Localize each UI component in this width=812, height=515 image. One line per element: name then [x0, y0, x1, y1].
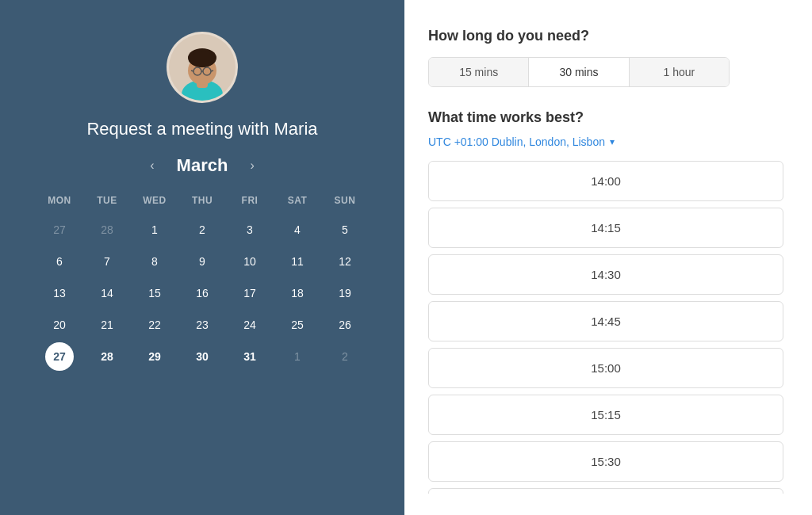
- next-month-button[interactable]: ›: [243, 155, 260, 176]
- calendar-day-header: WED: [131, 192, 178, 209]
- calendar-day-header: FRI: [226, 192, 274, 209]
- timezone-selector[interactable]: UTC +01:00 Dublin, London, Lisbon ▾: [428, 135, 788, 148]
- calendar-day[interactable]: 1: [140, 216, 169, 244]
- calendar-day[interactable]: 19: [331, 279, 359, 307]
- calendar-day[interactable]: 10: [236, 247, 264, 276]
- calendar-day[interactable]: 21: [93, 311, 121, 339]
- month-label: March: [177, 155, 228, 176]
- time-slot[interactable]: 15:45: [428, 488, 783, 494]
- avatar: [167, 32, 238, 103]
- calendar-day-header: THU: [178, 192, 226, 209]
- right-panel: How long do you need? 15 mins30 mins1 ho…: [404, 0, 812, 515]
- calendar-day[interactable]: 25: [283, 311, 312, 339]
- left-panel: Request a meeting with Maria ‹ March › M…: [0, 0, 404, 515]
- calendar-day[interactable]: 29: [140, 342, 169, 371]
- calendar-day[interactable]: 27: [45, 216, 74, 244]
- calendar-day[interactable]: 8: [140, 247, 169, 276]
- calendar-day[interactable]: 7: [93, 247, 121, 276]
- calendar-day[interactable]: 23: [188, 311, 216, 339]
- duration-option[interactable]: 1 hour: [630, 58, 729, 86]
- calendar-day[interactable]: 3: [236, 216, 264, 244]
- calendar-grid: 2728123456789101112131415161718192021222…: [36, 216, 369, 371]
- calendar-day[interactable]: 27: [45, 342, 74, 371]
- svg-point-4: [190, 52, 215, 67]
- calendar-day-header: MON: [36, 192, 83, 209]
- calendar-day[interactable]: 22: [140, 311, 169, 339]
- calendar-day[interactable]: 24: [236, 311, 264, 339]
- time-slot[interactable]: 14:15: [428, 208, 783, 248]
- calendar-day[interactable]: 5: [331, 216, 359, 244]
- calendar-day[interactable]: 2: [188, 216, 216, 244]
- svg-line-8: [191, 71, 193, 71]
- calendar-day[interactable]: 11: [283, 247, 312, 276]
- calendar-day[interactable]: 4: [283, 216, 312, 244]
- time-slot[interactable]: 14:30: [428, 254, 783, 295]
- calendar-day[interactable]: 14: [93, 279, 121, 307]
- calendar-day[interactable]: 13: [45, 279, 74, 307]
- duration-option[interactable]: 30 mins: [529, 58, 629, 86]
- calendar-day[interactable]: 16: [188, 279, 216, 307]
- chevron-down-icon: ▾: [610, 136, 615, 147]
- duration-title: How long do you need?: [428, 28, 788, 44]
- calendar: MONTUEWEDTHUFRISATSUN 272812345678910111…: [36, 192, 369, 371]
- calendar-header: MONTUEWEDTHUFRISATSUN: [36, 192, 369, 209]
- calendar-day[interactable]: 30: [188, 342, 216, 371]
- time-slot[interactable]: 15:00: [428, 348, 783, 388]
- calendar-day[interactable]: 18: [283, 279, 312, 307]
- time-title: What time works best?: [428, 109, 788, 126]
- calendar-day-header: SUN: [321, 192, 369, 209]
- calendar-day[interactable]: 15: [140, 279, 169, 307]
- calendar-day[interactable]: 20: [45, 311, 74, 339]
- time-slot[interactable]: 14:00: [428, 161, 783, 201]
- calendar-day[interactable]: 6: [45, 247, 74, 276]
- calendar-day[interactable]: 1: [283, 342, 312, 371]
- time-slot[interactable]: 15:30: [428, 441, 783, 482]
- calendar-day-header: TUE: [83, 192, 131, 209]
- prev-month-button[interactable]: ‹: [144, 155, 160, 176]
- calendar-day[interactable]: 17: [236, 279, 264, 307]
- duration-option[interactable]: 15 mins: [429, 58, 529, 86]
- meeting-title: Request a meeting with Maria: [86, 119, 317, 139]
- svg-line-9: [211, 71, 213, 71]
- time-slots-container[interactable]: 14:0014:1514:3014:4515:0015:1515:3015:45: [428, 161, 788, 494]
- timezone-label: UTC +01:00 Dublin, London, Lisbon: [428, 135, 605, 148]
- duration-buttons: 15 mins30 mins1 hour: [428, 57, 730, 87]
- calendar-day[interactable]: 31: [236, 342, 264, 371]
- calendar-day[interactable]: 26: [331, 311, 359, 339]
- calendar-day-header: SAT: [274, 192, 321, 209]
- month-navigation: ‹ March ›: [144, 155, 260, 176]
- calendar-day[interactable]: 12: [331, 247, 359, 276]
- calendar-day[interactable]: 9: [188, 247, 216, 276]
- time-slot[interactable]: 15:15: [428, 395, 783, 435]
- calendar-day[interactable]: 28: [93, 342, 121, 371]
- calendar-day[interactable]: 28: [93, 216, 121, 244]
- calendar-day[interactable]: 2: [331, 342, 359, 371]
- time-slot[interactable]: 14:45: [428, 301, 783, 341]
